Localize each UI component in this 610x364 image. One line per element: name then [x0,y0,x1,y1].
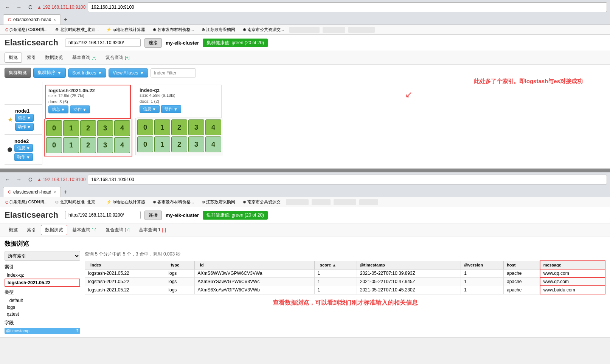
nav-databrowse-1[interactable]: 数据浏览 [41,53,67,63]
nav-basicquery-2[interactable]: 基本查询 [+] [68,225,101,235]
bm-nanjing-1[interactable]: ⊕ 南京市公共资源交... [241,26,286,33]
bm-beijing-1[interactable]: ⊕ 北京时间校准_北京... [53,26,101,33]
tab-head-2[interactable]: C elasticsearch-head × [3,187,61,197]
db-type-logs[interactable]: logs [5,304,80,311]
bm-csdn-2[interactable]: C (1条消息) CSDN博... [3,198,50,206]
node1-info-btn[interactable]: 信息 ▼ [15,114,34,122]
bm-jiangsu-2[interactable]: ⊕ 江苏政府采购网 [199,198,237,206]
bm-ip-2[interactable]: ⚡ ip地址在线计算器 [104,198,147,206]
db-index-item-logstash[interactable]: logstash-2021.05.22 [5,279,80,287]
nav-basicquery1-2[interactable]: 基本查询 1 [-] [135,225,170,235]
node2-action-btn[interactable]: 动作 ▼ [14,153,33,161]
view-aliases-btn[interactable]: View Aliases ▼ [109,68,148,77]
db-sidebar: 所有索引 索引 index-qz logstash-2021.05.22 类型 … [5,251,80,335]
tab-new-1[interactable]: + [61,15,70,25]
node2-info-btn[interactable]: 信息 ▼ [14,144,33,152]
index-qz-container: index-qz size: 4.59ki (9.18ki) docs: 1 (… [135,83,223,163]
index-qz-name: index-qz [140,87,219,93]
back-button-2[interactable]: ← [3,175,12,184]
es-url-input-2[interactable] [65,211,141,219]
cluster-sort-btn[interactable]: 集群排序 ▼ [33,68,66,78]
db-field-timestamp[interactable]: @timestamp ? [5,328,80,334]
back-button-1[interactable]: ← [3,3,12,12]
shard-3-p: 3 [97,120,113,136]
tab-close-2[interactable]: × [54,190,56,194]
nav-index-1[interactable]: 索引 [23,53,40,63]
nav-databrowse-2[interactable]: 数据浏览 [41,225,67,235]
db-index-select[interactable]: 所有索引 [5,251,80,261]
bm-jiangsu-1[interactable]: ⊕ 江苏政府采购网 [199,26,237,33]
bm-nanjing-2[interactable]: ⊕ 南京市公共资源交 [241,198,283,206]
db-type-default[interactable]: _default_ [5,297,80,304]
nav-overview-2[interactable]: 概览 [5,225,22,235]
db-type-qztest[interactable]: qztest [5,311,80,318]
table-row-3: logstash-2021.05.22 logs AXmS6XoAwVGPW6C… [85,286,605,294]
tab-head-1[interactable]: C elasticsearch-head × [3,14,61,25]
node-row-2: node2 信息 ▼ 动作 ▼ [5,135,42,165]
bm-beijing-2[interactable]: ⊕ 北京时间校准_北京... [53,198,101,206]
nav-complexquery-1[interactable]: 复合查询 [+] [101,53,134,63]
db-query-info: 查询 5 个分片中的 5 个，3 命中，耗时 0.003 秒 [85,251,605,257]
th-timestamp: @timestamp [357,261,461,269]
node1-info: node1 信息 ▼ 动作 ▼ [15,108,34,131]
nav-complexquery-2[interactable]: 复合查询 [+] [101,225,134,235]
node1-action-btn[interactable]: 动作 ▼ [15,123,34,131]
bm-market-2[interactable]: ⊕ 各市发布材料价格... [151,198,196,206]
nav-overview-1[interactable]: 概览 [5,53,22,63]
logstash-action-btn[interactable]: 动作 ▼ [70,105,90,113]
qz-shard-2-p: 2 [171,119,187,135]
es-nav-1: 概览 索引 数据浏览 基本查询 [+] 复合查询 [+] [0,51,610,65]
shard-1-r: 1 [63,137,79,153]
es-url-input-1[interactable] [65,39,141,47]
tab-new-2[interactable]: + [61,187,70,197]
nav-index-2[interactable]: 索引 [23,225,40,235]
bm-icon-market-2: ⊕ [153,200,156,204]
qz-info-label: 信息 [143,106,151,112]
bm-csdn-1[interactable]: C (1条消息) CSDN博... [3,26,50,33]
nav-cq-plus-2: [+] [125,228,130,232]
node-column: ★ node1 信息 ▼ 动作 ▼ [5,82,42,165]
browser-window-1: ← → C ▲ 192.168.131.10:9100 C elasticsea… [0,0,610,169]
qz-info-btn[interactable]: 信息 ▼ [140,105,160,113]
nav-bq-plus-2: [+] [92,228,96,232]
node-row-1: ★ node1 信息 ▼ 动作 ▼ [5,104,42,135]
qz-replica-shards: 0 1 2 3 4 [137,136,221,152]
address-bar-1[interactable] [88,2,607,12]
refresh-button-2[interactable]: C [26,175,35,184]
bm-icon-jiangsu-2: ⊕ [202,200,205,204]
logstash-info-btn[interactable]: 信息 ▼ [48,105,68,113]
index-filter-input[interactable] [151,68,196,77]
es-connect-btn-1[interactable]: 连接 [144,38,162,48]
es-health-badge-1: 集群健康值: green (20 of 20) [203,39,268,47]
tab-close-1[interactable]: × [54,18,56,22]
th-score: _score ▲ [314,261,357,269]
refresh-button-1[interactable]: C [26,3,35,12]
index-qz-shards: 0 1 2 3 4 0 1 2 3 4 [135,118,223,155]
td-index-1: logstash-2021.05.22 [85,269,165,277]
db-index-section-title: 索引 [5,264,80,270]
es-cluster-name-2: my-elk-cluster [166,212,199,218]
bm-icon-csdn-2: C [5,200,8,204]
nav-basicquery-1[interactable]: 基本查询 [+] [68,53,101,63]
bm-label-beijing-2: 北京时间校准_北京... [60,199,99,205]
sort-indices-btn[interactable]: Sort Indices ▼ [68,68,106,77]
es-connect-btn-2[interactable]: 连接 [144,211,162,220]
forward-button-2[interactable]: → [14,175,23,184]
bm-market-1[interactable]: ⊕ 各市发布材料价格... [151,26,196,33]
td-message-3: www.baidu.com [540,286,605,294]
index-qz-btns: 信息 ▼ 动作 ▼ [140,105,219,113]
bm-icon-ip-1: ⚡ [106,27,112,32]
tab-favicon-2: C [8,190,11,194]
unsafe-badge-1: ▲ 192.168.131.10:9100 [37,5,85,10]
browser-toolbar-1: ← → C ▲ 192.168.131.10:9100 [0,0,610,14]
cluster-overview-btn[interactable]: 集群概览 [5,68,31,78]
db-index-item-qz[interactable]: index-qz [5,272,80,279]
forward-button-1[interactable]: → [14,3,23,12]
view-aliases-label: View Aliases [113,70,138,76]
node1-name: node1 [15,108,34,114]
address-bar-2[interactable] [88,175,607,184]
star-icon-node1: ★ [8,116,13,123]
bm-ip-1[interactable]: ⚡ ip地址在线计算器 [104,26,147,33]
node2-name: node2 [14,138,33,144]
qz-action-btn[interactable]: 动作 ▼ [161,105,181,113]
